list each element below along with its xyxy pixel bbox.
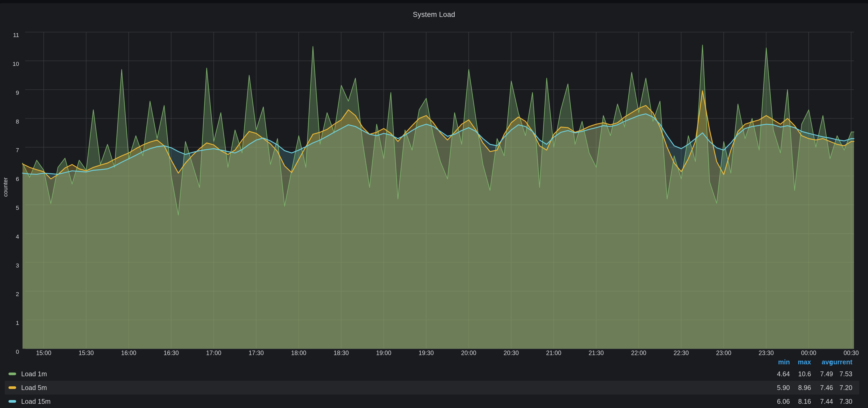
x-tick-label: 22:30 [660,349,703,357]
legend-swatch[interactable] [8,386,16,389]
x-tick-label: 20:00 [447,349,490,357]
stat-column-max[interactable]: max [798,358,811,366]
legend-series-name[interactable]: Load 15m [21,395,51,408]
legend-stat-max: 8.16 [798,395,811,408]
x-tick-label: 22:00 [617,349,660,357]
legend-swatch[interactable] [8,373,16,375]
x-tick-label: 18:00 [277,349,320,357]
y-tick-label: 0 [1,348,19,355]
legend-row-load-1m[interactable]: Load 1m4.6410.67.497.53 [5,367,859,381]
y-tick-label: 6 [1,176,19,182]
stat-column-min[interactable]: min [778,358,790,366]
x-tick-label: 19:00 [362,349,405,357]
legend-swatch[interactable] [8,400,16,403]
x-tick-label: 17:30 [235,349,278,357]
stat-column-current[interactable]: current [830,358,852,366]
x-tick-label: 19:30 [405,349,448,357]
legend-stat-max: 10.6 [798,367,811,381]
y-tick-label: 7 [1,147,19,154]
legend-stat-min: 6.06 [777,395,790,408]
legend-series-name[interactable]: Load 5m [21,381,47,395]
legend-row-load-5m[interactable]: Load 5m5.908.967.467.20 [5,381,859,395]
y-tick-label: 4 [1,233,19,240]
x-tick-label: 21:00 [532,349,575,357]
legend-stat-avg: 7.44 [820,395,833,408]
legend-stat-max: 8.96 [798,381,811,395]
x-tick-label: 18:30 [320,349,363,357]
x-tick-label: 20:30 [490,349,533,357]
panel-title[interactable]: System Load [0,10,868,19]
legend-row-load-15m[interactable]: Load 15m6.068.167.447.30 [5,395,859,408]
legend-stat-min: 4.64 [777,367,790,381]
y-tick-label: 8 [1,118,19,125]
y-tick-label: 3 [1,262,19,269]
x-tick-label: 17:00 [192,349,235,357]
y-tick-label: 5 [1,205,19,211]
x-tick-label: 16:30 [150,349,193,357]
legend-stat-current: 7.30 [839,395,852,408]
load-graph-canvas[interactable] [0,3,868,408]
legend-stat-avg: 7.46 [820,381,833,395]
y-tick-label: 1 [1,319,19,327]
x-tick-label: 15:30 [65,349,108,357]
y-tick-label: 11 [1,32,19,39]
legend-stat-current: 7.53 [839,367,852,381]
legend-stat-current: 7.20 [839,381,852,395]
x-tick-label: 21:30 [575,349,618,357]
legend-stat-avg: 7.49 [820,367,833,381]
legend-series-name[interactable]: Load 1m [21,367,47,381]
x-tick-label: 00:30 [830,349,868,357]
x-tick-label: 00:00 [787,349,830,357]
x-tick-label: 15:00 [22,349,65,357]
x-tick-label: 23:00 [702,349,745,357]
x-tick-label: 16:00 [107,349,150,357]
x-tick-label: 23:30 [745,349,788,357]
y-tick-label: 2 [1,291,19,298]
legend-stat-min: 5.90 [777,381,790,395]
graph-panel: System Load counter 01234567891011 15:00… [0,3,868,408]
y-tick-label: 9 [1,90,19,96]
legend-header-row: minmaxavgcurrent [5,358,859,366]
y-tick-label: 10 [1,61,19,67]
